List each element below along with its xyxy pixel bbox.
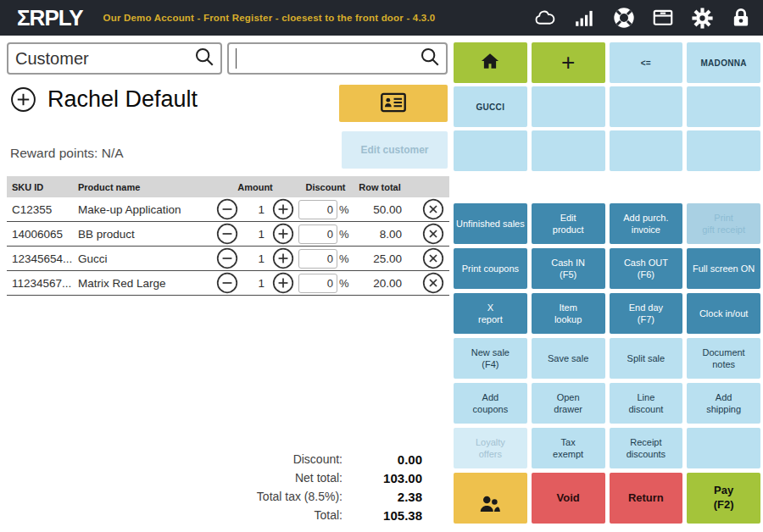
product-search-input[interactable]	[238, 49, 419, 69]
new-sale-button[interactable]: New sale (F4)	[454, 338, 527, 379]
group-back-button[interactable]: <=	[610, 42, 683, 83]
settings-gear-icon[interactable]	[690, 6, 715, 30]
void-button[interactable]: Void	[532, 473, 605, 524]
edit-product-button[interactable]: Edit product	[532, 203, 605, 244]
discount-input[interactable]	[298, 249, 337, 269]
lock-icon[interactable]	[729, 6, 753, 30]
clock-in-out-button[interactable]: Clock in/out	[687, 293, 760, 334]
increase-quantity-button[interactable]	[272, 272, 294, 294]
split-sale-button[interactable]: Split sale	[610, 338, 683, 379]
text-caret	[236, 48, 237, 69]
print-coupons-button[interactable]: Print coupons	[454, 248, 527, 289]
row-amount: 1	[242, 277, 268, 290]
customer-name: Rachel Default	[47, 86, 198, 113]
quick-grid-empty-cell	[610, 130, 683, 171]
signal-strength-icon[interactable]	[572, 7, 598, 29]
remove-row-button[interactable]	[422, 272, 444, 294]
table-row: 14006065 BB product 1 % 8.00	[7, 222, 449, 247]
increase-quantity-button[interactable]	[272, 198, 294, 220]
group-madonna-button[interactable]: MADONNA	[687, 42, 760, 83]
topbar-icon-group	[532, 6, 753, 30]
row-total: 50.00	[353, 203, 407, 216]
quick-grid-empty-cell	[454, 130, 527, 171]
search-icon	[419, 46, 441, 71]
row-amount: 1	[242, 252, 268, 265]
return-button[interactable]: Return	[610, 473, 683, 524]
remove-row-button[interactable]	[422, 223, 444, 245]
receipt-discounts-button[interactable]: Receipt discounts	[610, 428, 683, 468]
tax-exempt-button[interactable]: Tax exempt	[532, 428, 605, 468]
save-sale-button[interactable]: Save sale	[532, 338, 605, 379]
discount-input[interactable]	[298, 224, 337, 244]
decrease-quantity-button[interactable]	[216, 198, 238, 220]
cash-drawer-icon[interactable]	[650, 6, 676, 30]
remove-row-button[interactable]	[422, 247, 444, 269]
grand-total-value: 105.38	[354, 508, 422, 523]
discount-input[interactable]	[298, 200, 337, 219]
table-row: C12355 Make-up Application 1 % 50.00	[7, 197, 449, 222]
erply-logo: ΣRPLY	[17, 5, 83, 31]
row-amount: 1	[242, 203, 268, 216]
decrease-quantity-button[interactable]	[216, 272, 238, 294]
full-screen-button[interactable]: Full screen ON	[687, 248, 760, 289]
quick-grid-empty-cell	[687, 86, 760, 127]
row-sku: 12345654...	[7, 252, 78, 265]
row-amount: 1	[242, 228, 268, 241]
customer-search-input[interactable]	[15, 49, 193, 69]
remove-row-button[interactable]	[422, 198, 444, 220]
loyalty-offers-button: Loyalty offers	[454, 428, 527, 468]
increase-quantity-button[interactable]	[272, 223, 294, 245]
support-lifebuoy-icon[interactable]	[612, 6, 636, 30]
home-icon	[477, 49, 503, 76]
reward-points-label: Reward points: N/A	[10, 146, 124, 161]
decrease-quantity-button[interactable]	[216, 223, 238, 245]
header-discount: Discount	[298, 182, 353, 192]
quick-grid-empty-cell	[610, 86, 683, 127]
open-drawer-button[interactable]: Open drawer	[532, 383, 605, 424]
unfinished-sales-button[interactable]: Unfinished sales	[454, 203, 527, 244]
customers-button[interactable]	[454, 473, 527, 524]
account-register-info: Our Demo Account - Front Register - cloe…	[103, 13, 436, 23]
add-product-group-button[interactable]: +	[532, 42, 605, 83]
cash-in-button[interactable]: Cash IN (F5)	[532, 248, 605, 289]
discount-input[interactable]	[298, 274, 337, 293]
add-shipping-button[interactable]: Add shipping	[687, 383, 760, 424]
pay-button[interactable]: Pay (F2)	[687, 473, 760, 524]
net-total-label: Net total:	[219, 471, 354, 485]
row-product-name: Make-up Application	[78, 203, 212, 216]
action-button-row: Void Return Pay (F2)	[454, 473, 760, 524]
id-card-icon	[379, 91, 408, 117]
header-product: Product name	[78, 182, 212, 192]
cloud-sync-icon[interactable]	[532, 7, 558, 29]
customer-search-box	[7, 42, 222, 75]
row-total: 20.00	[353, 277, 407, 290]
group-gucci-button[interactable]: GUCCI	[454, 86, 527, 127]
add-customer-icon[interactable]	[10, 86, 36, 113]
row-product-name: BB product	[78, 228, 212, 241]
table-row: 12345654... Gucci 1 % 25.00	[7, 247, 449, 271]
row-product-name: Gucci	[78, 252, 212, 265]
add-purchase-invoice-button[interactable]: Add purch. invoice	[610, 203, 683, 244]
row-sku: 14006065	[7, 228, 78, 241]
home-button[interactable]	[454, 42, 527, 83]
percent-sign: %	[339, 252, 349, 265]
decrease-quantity-button[interactable]	[216, 247, 238, 269]
cash-out-button[interactable]: Cash OUT (F6)	[610, 248, 683, 289]
add-coupons-button[interactable]: Add coupons	[454, 383, 527, 424]
row-sku: C12355	[7, 203, 78, 216]
x-report-button[interactable]: X report	[454, 293, 527, 334]
document-notes-button[interactable]: Document notes	[687, 338, 760, 379]
table-row: 11234567... Matrix Red Large 1 % 20.00	[7, 271, 449, 296]
customer-card-button[interactable]	[339, 85, 448, 122]
end-day-button[interactable]: End day (F7)	[610, 293, 683, 334]
header-sku: SKU ID	[7, 182, 78, 192]
function-grid-empty-cell	[687, 428, 760, 468]
edit-customer-button[interactable]: Edit customer	[342, 131, 448, 169]
item-lookup-button[interactable]: Item lookup	[532, 293, 605, 334]
selected-customer: Rachel Default	[10, 86, 198, 113]
function-button-grid: Unfinished sales Edit product Add purch.…	[454, 203, 760, 468]
header-row-total: Row total	[353, 182, 407, 192]
increase-quantity-button[interactable]	[272, 247, 294, 269]
percent-sign: %	[339, 277, 349, 290]
line-discount-button[interactable]: Line discount	[610, 383, 683, 424]
